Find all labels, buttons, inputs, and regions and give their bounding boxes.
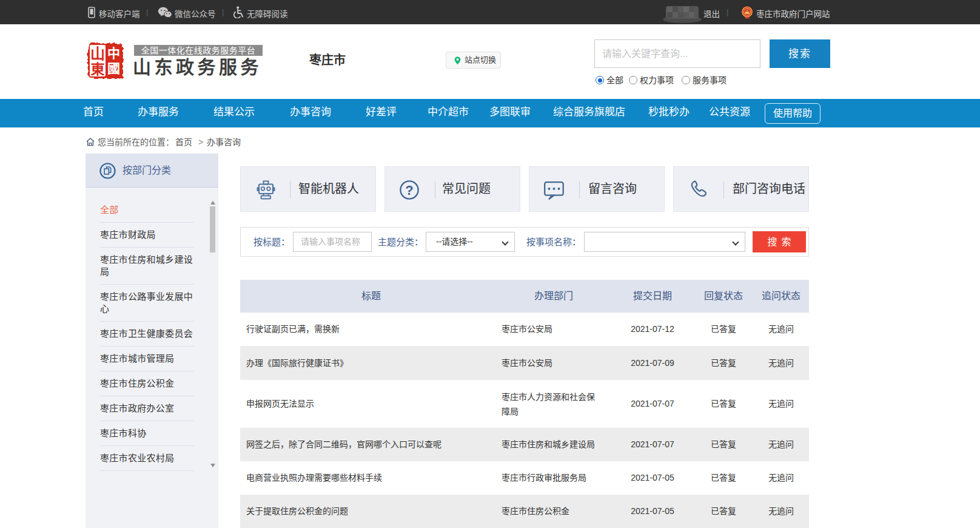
svg-text:東: 東 — [91, 62, 105, 77]
svg-text:?: ? — [405, 183, 413, 198]
svg-text:山: 山 — [90, 46, 105, 62]
svg-text:國: 國 — [107, 61, 120, 76]
svg-text:中: 中 — [107, 46, 120, 61]
